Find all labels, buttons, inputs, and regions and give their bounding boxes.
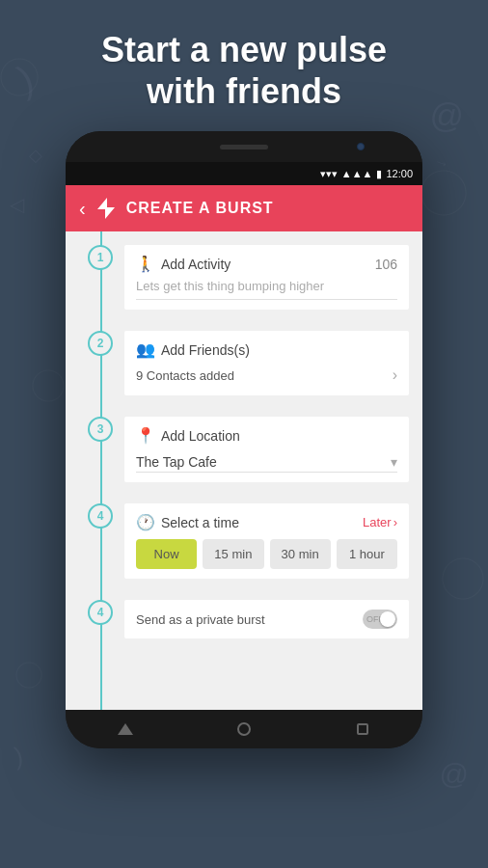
app-content: 1 🚶 Add Activity 106 Lets get this thing…: [66, 231, 422, 710]
wifi-icon: ▾▾▾: [320, 168, 338, 180]
step-2-title: Add Friends(s): [161, 342, 250, 358]
time-title-row: 🕐 Select a time: [136, 513, 239, 531]
activity-input[interactable]: Lets get this thing bumping higher: [136, 279, 397, 300]
step-4-circle: 4: [88, 503, 113, 529]
step-1-circle: 1: [88, 245, 113, 270]
battery-icon: ▮: [376, 168, 382, 180]
step-3-header: 📍 Add Location: [136, 426, 397, 445]
step-3-title-row: 📍 Add Location: [136, 426, 240, 445]
bg-deco-8: ◁: [10, 193, 24, 216]
status-icons: ▾▾▾ ▲▲▲ ▮ 12:00: [320, 168, 413, 180]
private-step-row: 4 Send as a private burst OFF: [66, 592, 422, 642]
steps-container: 1 🚶 Add Activity 106 Lets get this thing…: [66, 231, 422, 642]
step-gap-3: [66, 482, 422, 490]
chevron-right-icon: ›: [393, 366, 397, 384]
step-4: 4 🕐 Select a time Later ›: [66, 490, 422, 592]
time-display: 12:00: [386, 168, 413, 179]
nav-home-icon: [237, 722, 251, 736]
private-burst-content[interactable]: Send as a private burst OFF: [124, 600, 409, 638]
step-2-content[interactable]: 👥 Add Friends(s) 9 Contacts added ›: [124, 331, 409, 395]
step-2: 2 👥 Add Friends(s) 9 Contacts added ›: [66, 317, 422, 395]
location-row[interactable]: The Tap Cafe ▾: [136, 450, 397, 473]
step-2-title-row: 👥 Add Friends(s): [136, 340, 250, 359]
step-2-header: 👥 Add Friends(s): [136, 340, 397, 359]
app-bar-title: CREATE A BURST: [126, 200, 274, 217]
step-4-title: Select a time: [161, 515, 239, 530]
header-section: Start a new pulse with friends: [63, 0, 425, 131]
phone-camera: [357, 143, 365, 150]
later-chevron: ›: [393, 515, 397, 529]
nav-recents-icon: [357, 723, 368, 735]
time-pill-30[interactable]: 30 min: [270, 539, 331, 569]
bg-deco-6: @: [440, 758, 469, 791]
step-1-title: Add Activity: [161, 257, 230, 272]
later-button[interactable]: Later ›: [363, 515, 397, 529]
back-button[interactable]: ‹: [79, 198, 86, 220]
step-3-content[interactable]: 📍 Add Location The Tap Cafe ▾: [124, 417, 409, 482]
bg-deco-2: @: [429, 96, 464, 135]
bg-deco-7: ): [12, 741, 25, 772]
step-1-content[interactable]: 🚶 Add Activity 106 Lets get this thing b…: [124, 245, 409, 310]
private-label: Send as a private burst: [136, 612, 265, 627]
nav-home-button[interactable]: [230, 719, 258, 739]
contacts-text: 9 Contacts added: [136, 368, 234, 383]
nav-recents-button[interactable]: [348, 719, 377, 739]
activity-count: 106: [375, 257, 397, 272]
phone-top-bar: [66, 131, 422, 162]
time-pill-15[interactable]: 15 min: [203, 539, 263, 569]
nav-back-button[interactable]: [111, 719, 140, 739]
step-3: 3 📍 Add Location The Tap Cafe ▾: [66, 403, 422, 482]
time-pill-now[interactable]: Now: [136, 539, 197, 569]
bottom-nav: [66, 710, 422, 748]
bg-deco-5: →: [431, 152, 451, 174]
bg-deco-4: ◇: [29, 145, 42, 166]
step-gap-2: [66, 395, 422, 403]
svg-marker-0: [97, 198, 115, 219]
private-toggle[interactable]: OFF: [363, 610, 397, 629]
time-pill-1h[interactable]: 1 hour: [337, 539, 397, 569]
activity-icon: 🚶: [136, 255, 155, 273]
time-section: 🕐 Select a time Later › Now 15 min 30: [136, 513, 397, 569]
step-3-circle: 3: [88, 417, 113, 442]
phone-speaker: [220, 145, 268, 149]
chevron-down-icon: ▾: [391, 454, 397, 470]
step-4-content[interactable]: 🕐 Select a time Later › Now 15 min 30: [124, 503, 409, 579]
step-1: 1 🚶 Add Activity 106 Lets get this thing…: [66, 231, 422, 310]
bg-deco-1: ): [13, 57, 40, 102]
friends-icon: 👥: [136, 340, 155, 359]
nav-back-icon: [118, 723, 133, 735]
private-row: Send as a private burst OFF: [136, 610, 397, 629]
step-2-circle: 2: [88, 331, 113, 356]
location-icon: 📍: [136, 426, 155, 445]
time-header: 🕐 Select a time Later ›: [136, 513, 397, 531]
toggle-knob: [380, 611, 395, 627]
time-pills: Now 15 min 30 min 1 hour: [136, 539, 397, 569]
burst-icon: [95, 198, 117, 219]
step-3-title: Add Location: [161, 428, 240, 444]
signal-icon: ▲▲▲: [341, 168, 373, 179]
step-gap-1: [66, 310, 422, 317]
contacts-row[interactable]: 9 Contacts added ›: [136, 365, 397, 386]
location-name-text: The Tap Cafe: [136, 454, 217, 470]
clock-icon: 🕐: [136, 513, 155, 531]
page-title: Start a new pulse with friends: [101, 29, 387, 112]
status-bar: ▾▾▾ ▲▲▲ ▮ 12:00: [66, 162, 422, 185]
step-1-header: 🚶 Add Activity 106: [136, 255, 397, 273]
later-label: Later: [363, 515, 392, 529]
step-5-circle: 4: [88, 600, 113, 625]
step-1-title-row: 🚶 Add Activity: [136, 255, 230, 273]
app-bar: ‹ CREATE A BURST: [66, 185, 422, 231]
phone-frame: ▾▾▾ ▲▲▲ ▮ 12:00 ‹ CREATE A BURST 1: [66, 131, 422, 748]
